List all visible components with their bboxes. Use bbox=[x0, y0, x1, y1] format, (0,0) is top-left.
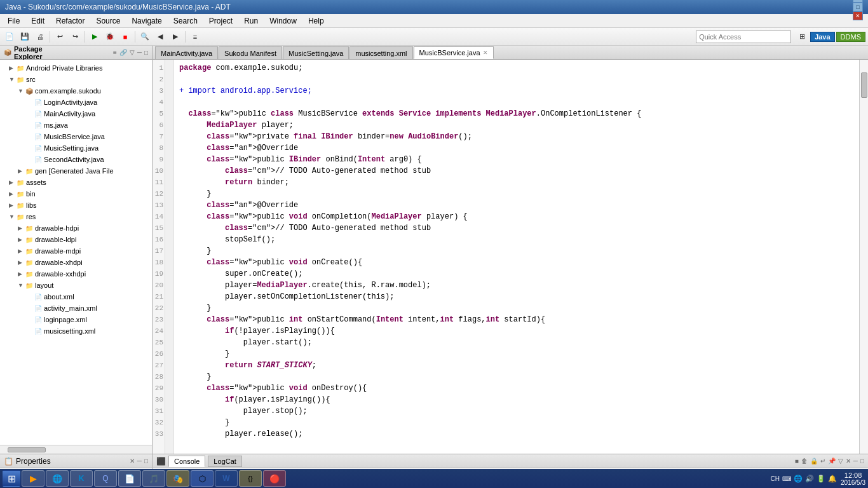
tree-item[interactable]: 📄ms.java bbox=[0, 119, 152, 131]
forward-btn[interactable]: ▶ bbox=[168, 30, 182, 44]
taskbar-music[interactable]: 🎵 bbox=[142, 470, 165, 487]
link-editor-btn[interactable]: 🔗 bbox=[119, 49, 127, 56]
redo-button[interactable]: ↪ bbox=[68, 30, 82, 44]
menu-navigate[interactable]: Navigate bbox=[126, 15, 166, 27]
tree-item[interactable]: 📄loginpage.xml bbox=[0, 314, 152, 325]
collapse-all-btn[interactable]: ≡ bbox=[113, 49, 117, 56]
tree-item[interactable]: 📄MainActivity.java bbox=[0, 108, 152, 119]
taskbar-q[interactable]: Q bbox=[94, 470, 117, 487]
tree-toggle[interactable]: ▶ bbox=[18, 271, 25, 277]
taskbar-k[interactable]: K bbox=[70, 470, 93, 487]
taskbar-clown[interactable]: 🎭 bbox=[166, 470, 189, 487]
run-button[interactable]: ▶ bbox=[88, 30, 102, 44]
tree-toggle[interactable]: ▶ bbox=[18, 259, 25, 266]
props-close-btn[interactable]: ✕ bbox=[130, 458, 135, 464]
props-min-btn[interactable]: ─ bbox=[137, 458, 142, 464]
quick-access-input[interactable] bbox=[696, 30, 791, 43]
tree-toggle[interactable]: ▶ bbox=[9, 191, 17, 197]
ddms-badge[interactable]: DDMS bbox=[836, 32, 865, 42]
console-pin-btn[interactable]: 📌 bbox=[828, 458, 836, 464]
menu-file[interactable]: File bbox=[3, 15, 25, 27]
console-scroll-lock[interactable]: 🔒 bbox=[810, 458, 818, 464]
menu-help[interactable]: Help bbox=[303, 15, 329, 27]
editor-tab[interactable]: MainActivity.java bbox=[155, 46, 218, 59]
tree-item[interactable]: ▶📁drawable-xxhdpi bbox=[0, 268, 152, 280]
stop-button[interactable]: ■ bbox=[118, 30, 132, 44]
menu-window[interactable]: Window bbox=[264, 15, 302, 27]
print-button[interactable]: 🖨 bbox=[33, 30, 47, 44]
tree-item[interactable]: 📄activity_main.xml bbox=[0, 302, 152, 314]
tree-toggle[interactable]: ▶ bbox=[9, 65, 17, 71]
tab-close-btn[interactable]: ✕ bbox=[483, 50, 488, 56]
console-clear-btn[interactable]: 🗑 bbox=[801, 458, 808, 464]
taskbar-eclipse[interactable]: ⬡ bbox=[191, 470, 214, 487]
search-btn[interactable]: 🔍 bbox=[138, 30, 152, 44]
taskbar-doc[interactable]: 📄 bbox=[118, 470, 141, 487]
start-button[interactable]: ⊞ bbox=[3, 470, 20, 487]
taskbar-red[interactable]: 🔴 bbox=[263, 470, 286, 487]
tree-item[interactable]: 📄about.xml bbox=[0, 291, 152, 302]
tree-item[interactable]: ▼📁res bbox=[0, 211, 152, 222]
tree-item[interactable]: ▶📁bin bbox=[0, 188, 152, 200]
tree-item[interactable]: ▶📁drawable-mdpi bbox=[0, 245, 152, 257]
tree-toggle[interactable]: ▶ bbox=[18, 248, 25, 254]
maximize-button[interactable]: □ bbox=[853, 3, 863, 11]
tree-toggle[interactable]: ▶ bbox=[9, 179, 17, 186]
logcat-tab[interactable]: LogCat bbox=[208, 456, 241, 467]
tree-item[interactable]: ▶📁assets bbox=[0, 177, 152, 188]
tree-item[interactable]: ▼📁layout bbox=[0, 280, 152, 291]
new-button[interactable]: 📄 bbox=[3, 30, 17, 44]
tree-scrollbar-x[interactable] bbox=[0, 445, 152, 454]
editor-tab[interactable]: Sukodu Manifest bbox=[219, 46, 282, 59]
undo-button[interactable]: ↩ bbox=[53, 30, 67, 44]
back-btn[interactable]: ◀ bbox=[153, 30, 167, 44]
taskbar-code[interactable]: {} bbox=[239, 470, 262, 487]
console-terminate-btn[interactable]: ■ bbox=[795, 458, 799, 464]
console-min-btn[interactable]: ─ bbox=[853, 458, 858, 464]
save-button[interactable]: 💾 bbox=[18, 30, 32, 44]
props-max-btn[interactable]: □ bbox=[144, 458, 148, 464]
tree-toggle[interactable]: ▼ bbox=[18, 282, 25, 288]
console-close-btn[interactable]: ✕ bbox=[846, 458, 851, 464]
tree-item[interactable]: ▼📁src bbox=[0, 74, 152, 85]
panel-min-btn[interactable]: ─ bbox=[137, 49, 142, 56]
tree-item[interactable]: 📄SecondActivity.java bbox=[0, 154, 152, 165]
panel-menu-btn[interactable]: ▽ bbox=[130, 49, 135, 56]
tree-item[interactable]: ▶📁drawable-ldpi bbox=[0, 234, 152, 245]
tree-item[interactable]: ▶📁drawable-hdpi bbox=[0, 222, 152, 234]
code-area[interactable]: package com.example.sukodu; + import and… bbox=[174, 60, 859, 454]
taskbar-word[interactable]: W bbox=[215, 470, 238, 487]
tree-toggle[interactable]: ▶ bbox=[9, 202, 17, 208]
editor-tab[interactable]: musicsetting.xml bbox=[349, 46, 412, 59]
menu-search[interactable]: Search bbox=[168, 15, 203, 27]
editor-tab[interactable]: MusicSetting.java bbox=[283, 46, 349, 59]
tree-item[interactable]: 📄LoginActivity.java bbox=[0, 97, 152, 108]
console-tab[interactable]: Console bbox=[168, 456, 205, 467]
console-menu-btn[interactable]: ▽ bbox=[838, 458, 843, 464]
menu-edit[interactable]: Edit bbox=[26, 15, 50, 27]
tree-toggle[interactable]: ▼ bbox=[18, 88, 25, 94]
tree-item[interactable]: ▼📦com.example.sukodu bbox=[0, 85, 152, 97]
tree-toggle[interactable]: ▼ bbox=[9, 214, 17, 220]
tree-item[interactable]: ▶📁Android Private Libraries bbox=[0, 62, 152, 74]
tree-toggle[interactable]: ▶ bbox=[18, 225, 25, 231]
tree-item[interactable]: ▶📁gen [Generated Java File bbox=[0, 165, 152, 177]
more-btn[interactable]: ≡ bbox=[188, 30, 202, 44]
tree-item[interactable]: 📄MusicSetting.java bbox=[0, 142, 152, 154]
tree-item[interactable]: 📄musicsetting.xml bbox=[0, 325, 152, 337]
panel-max-btn[interactable]: □ bbox=[144, 49, 148, 56]
tree-item[interactable]: 📄MusicBService.java bbox=[0, 131, 152, 142]
tree-item[interactable]: ▶📁libs bbox=[0, 200, 152, 211]
taskbar-browser[interactable]: 🌐 bbox=[46, 470, 69, 487]
tree-toggle[interactable]: ▶ bbox=[18, 236, 25, 243]
console-word-wrap[interactable]: ↵ bbox=[820, 458, 825, 464]
perspective-btn[interactable]: ⊞ bbox=[795, 30, 809, 44]
menu-refactor[interactable]: Refactor bbox=[51, 15, 90, 27]
tree-toggle[interactable]: ▶ bbox=[18, 168, 25, 174]
console-max-btn[interactable]: □ bbox=[860, 458, 864, 464]
tree-toggle[interactable]: ▼ bbox=[9, 76, 17, 83]
menu-project[interactable]: Project bbox=[204, 15, 238, 27]
tree-item[interactable]: ▶📁drawable-xhdpi bbox=[0, 257, 152, 268]
close-button[interactable]: ✕ bbox=[853, 11, 863, 20]
java-badge[interactable]: Java bbox=[810, 32, 834, 42]
